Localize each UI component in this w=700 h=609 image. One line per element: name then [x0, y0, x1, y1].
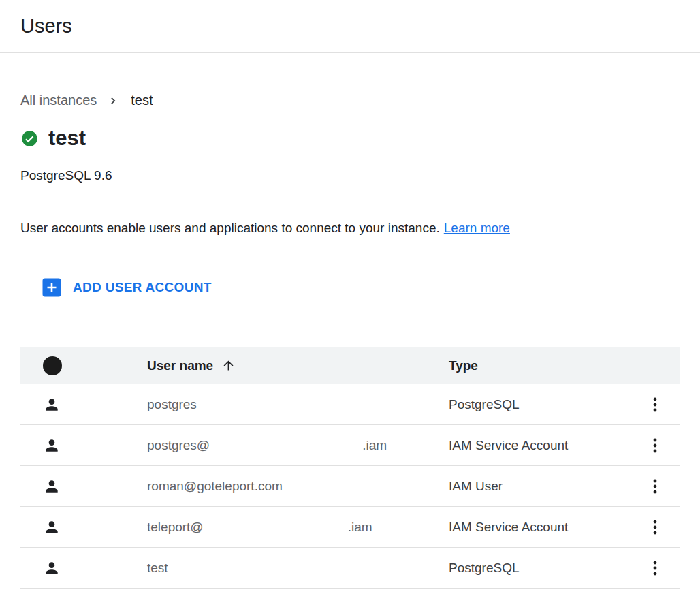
person-icon: [43, 437, 61, 454]
user-name-cell: roman@goteleport.com: [147, 479, 283, 494]
person-icon: [43, 518, 61, 536]
check-circle-icon: [20, 129, 39, 148]
main-content: All instances test test PostgreSQL 9.6 U…: [0, 93, 700, 589]
table-header-row: User name Type: [20, 347, 680, 384]
add-user-account-label: ADD USER ACCOUNT: [73, 280, 212, 295]
user-name-cell: postgres@.iam: [147, 438, 387, 453]
row-menu-button[interactable]: [644, 516, 666, 539]
table-row: roman@goteleport.com IAM User: [20, 466, 680, 507]
description-text: User accounts enable users and applicati…: [20, 221, 700, 236]
instance-version: PostgreSQL 9.6: [20, 168, 700, 183]
user-type-cell: IAM User: [449, 479, 631, 494]
user-name-cell: test: [147, 561, 168, 576]
learn-more-link[interactable]: Learn more: [444, 221, 510, 235]
more-vert-icon: [647, 518, 663, 536]
more-vert-icon: [647, 437, 663, 454]
instance-heading: test: [20, 126, 700, 151]
person-icon: [43, 478, 61, 495]
more-vert-icon: [647, 559, 663, 577]
column-header-type[interactable]: Type: [449, 358, 631, 373]
column-header-user-name[interactable]: User name: [147, 358, 449, 373]
user-type-cell: IAM Service Account: [449, 520, 631, 535]
table-row: test PostgreSQL: [20, 548, 680, 589]
add-user-account-button[interactable]: ADD USER ACCOUNT: [42, 278, 212, 297]
user-name-cell: teleport@.iam: [147, 520, 372, 535]
row-menu-button[interactable]: [644, 393, 666, 416]
person-icon: [43, 559, 61, 577]
breadcrumb-all-instances[interactable]: All instances: [20, 93, 97, 108]
user-type-cell: PostgreSQL: [449, 561, 631, 576]
person-icon: [43, 396, 61, 413]
table-row: teleport@.iam IAM Service Account: [20, 507, 680, 548]
page-title: Users: [20, 15, 72, 37]
chevron-right-icon: [106, 93, 121, 108]
instance-name: test: [48, 126, 86, 151]
users-header-icon: [43, 356, 62, 375]
redacted-gap: [204, 531, 348, 531]
more-vert-icon: [647, 478, 663, 495]
row-menu-button[interactable]: [644, 557, 666, 580]
breadcrumb: All instances test: [20, 93, 700, 108]
table-row: postgres@.iam IAM Service Account: [20, 425, 680, 466]
row-menu-button[interactable]: [644, 434, 666, 457]
description-body: User accounts enable users and applicati…: [20, 221, 440, 235]
plus-icon: [42, 278, 61, 297]
table-row: postgres PostgreSQL: [20, 384, 680, 425]
users-table: User name Type postgres PostgreSQL: [20, 347, 680, 589]
redacted-gap: [210, 449, 362, 450]
more-vert-icon: [647, 396, 663, 413]
arrow-upward-icon: [221, 358, 236, 373]
page-header: Users: [0, 0, 700, 53]
user-type-cell: IAM Service Account: [449, 438, 631, 453]
breadcrumb-current: test: [131, 93, 153, 108]
user-type-cell: PostgreSQL: [449, 397, 631, 412]
user-name-cell: postgres: [147, 397, 197, 412]
row-menu-button[interactable]: [644, 475, 666, 498]
